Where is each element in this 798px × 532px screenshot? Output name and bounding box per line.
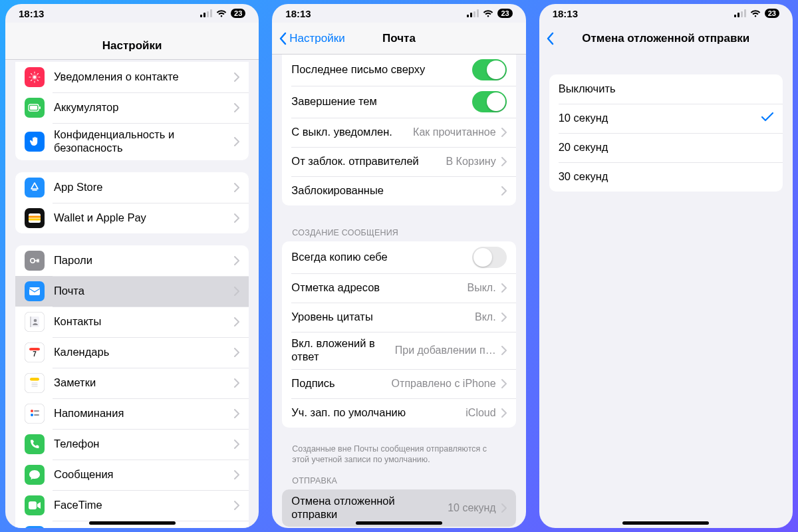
settings-group-store: App StoreWallet и Apple Pay [15,172,249,233]
row-label: Почта [54,285,229,298]
toggle[interactable] [472,91,507,112]
settings-row-appstore[interactable]: App Store [15,172,249,203]
chevron-right-icon [234,72,239,82]
row-label: Последнее письмо сверху [291,63,471,76]
appstore-icon [25,178,45,198]
back-label: Настройки [289,32,344,45]
settings-group-system: Уведомления о контактеАккумуляторКонфиде… [15,62,249,160]
chevron-right-icon [501,346,507,355]
svg-rect-42 [473,11,475,17]
row-detail: При добавлении п… [395,344,496,356]
wallet-icon [25,208,45,228]
undo-option[interactable]: Выключить [549,74,783,104]
mail-row[interactable]: ПодписьОтправлено с iPhone [282,369,515,398]
mail-row[interactable]: С выкл. уведомлен.Как прочитанное [282,118,515,147]
undo-send-options: Выключить10 секунд20 секунд30 секунд [549,74,783,192]
option-label: 10 секунд [559,112,761,125]
row-label: Календарь [54,346,229,359]
chevron-right-icon [234,409,239,418]
row-label: App Store [54,181,229,194]
status-time: 18:13 [19,8,44,19]
checkmark-icon [761,112,773,124]
settings-row-reminders[interactable]: Напоминания [15,398,249,429]
status-time: 18:13 [553,8,578,19]
toggle[interactable] [472,247,507,268]
row-label: Подпись [291,377,386,390]
svg-rect-2 [207,11,209,17]
settings-row-contacts[interactable]: Контакты [15,307,249,337]
chevron-right-icon [234,440,239,449]
screen-settings: 18:13 23 Настройки Уведомления о контакт… [5,4,259,528]
nav-title: Настройки [102,39,162,53]
settings-row-phone[interactable]: Телефон [15,429,249,460]
settings-row-battery[interactable]: Аккумулятор [15,92,249,123]
chevron-right-icon [501,408,507,418]
chevron-right-icon [234,378,239,388]
settings-row-hand[interactable]: Конфиденциальность и безопасность [15,123,249,160]
screen-undo-send-delay: 18:13 23 Отмена отложенной отправки Выкл… [539,4,793,528]
svg-rect-1 [203,13,205,17]
undo-option[interactable]: 20 секунд [549,133,783,162]
undo-option[interactable]: 10 секунд [549,104,783,133]
phone-icon [25,434,45,454]
mail-row[interactable]: Заблокированные [282,176,515,205]
settings-row-contact[interactable]: Уведомления о контакте [15,62,249,92]
settings-row-notes[interactable]: Заметки [15,368,249,398]
row-label: Пароли [54,254,229,267]
settings-row-messages[interactable]: Сообщения [15,460,249,490]
settings-row-facetime[interactable]: FaceTime [15,490,249,521]
svg-rect-45 [737,13,739,17]
svg-rect-18 [29,215,41,217]
row-detail: Как прочитанное [413,126,496,138]
nav-title: Почта [382,32,416,45]
status-bar: 18:13 23 [5,4,259,23]
mail-row[interactable]: Всегда копию себе [282,241,515,273]
row-label: Контакты [54,315,229,329]
settings-group-apps: ПаролиПочтаКонтакты7КалендарьЗаметкиНапо… [15,245,249,528]
mail-row[interactable]: Вкл. вложений в ответПри добавлении п… [282,332,515,369]
chevron-left-icon [546,32,554,45]
row-label: Уровень цитаты [291,311,469,324]
mail-row[interactable]: От заблок. отправителейВ Корзину [282,147,515,176]
status-right: 23 [200,9,245,18]
contacts-icon [25,312,45,332]
mail-row[interactable]: Завершение тем [282,86,515,118]
settings-row-mail[interactable]: Почта [15,276,249,307]
back-button[interactable]: Настройки [279,23,344,54]
svg-rect-19 [29,218,41,220]
home-indicator[interactable] [622,521,709,525]
row-label: Отметка адресов [291,281,462,295]
section-header-compose: СОЗДАНИЕ СООБЩЕНИЯ [272,217,525,241]
calendar-icon: 7 [25,342,45,362]
toggle[interactable] [472,59,507,80]
chevron-right-icon [234,256,239,265]
row-label: Всегда копию себе [291,251,471,264]
back-button[interactable] [546,23,554,54]
chevron-right-icon [501,128,507,137]
row-detail: 10 секунд [448,502,496,514]
svg-rect-43 [477,9,479,17]
mail-row[interactable]: Отметка адресовВыкл. [282,273,515,303]
row-label: Уведомления о контакте [54,70,229,84]
cellular-icon [200,9,212,17]
facetime-icon [25,495,45,515]
settings-row-key[interactable]: Пароли [15,245,249,276]
svg-point-24 [34,319,37,322]
settings-row-calendar[interactable]: 7Календарь [15,337,249,368]
row-label: Телефон [54,438,229,451]
svg-rect-3 [210,9,212,17]
home-indicator[interactable] [89,521,176,525]
mail-group-compose: Всегда копию себеОтметка адресовВыкл.Уро… [282,241,515,428]
contact-icon [25,67,45,87]
svg-line-13 [31,80,33,81]
mail-row[interactable]: Последнее письмо сверху [282,55,515,86]
home-indicator[interactable] [356,521,442,525]
mail-row[interactable]: Уч. зап. по умолчаниюiCloud [282,398,515,428]
settings-row-wallet[interactable]: Wallet и Apple Pay [15,203,249,233]
content: Последнее письмо сверхуЗавершение темС в… [272,55,525,528]
wifi-icon [750,9,761,17]
row-label: Завершение тем [291,95,471,108]
safari-icon [25,526,45,528]
undo-option[interactable]: 30 секунд [549,162,783,192]
mail-row[interactable]: Уровень цитатыВкл. [282,303,515,332]
